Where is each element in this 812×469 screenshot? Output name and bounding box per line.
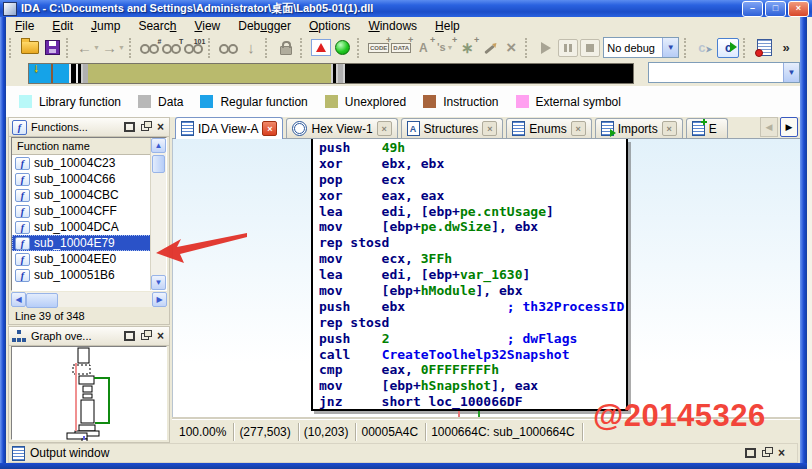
panel-maximize-icon[interactable] [124,331,135,341]
lock-button[interactable] [276,37,296,59]
panel-close-icon[interactable]: × [157,331,164,341]
code-line[interactable]: mov [ebp+hSnapshot], eax [319,378,626,394]
close-tab-icon[interactable]: × [662,121,677,136]
panel-close-icon[interactable]: × [157,122,164,132]
function-list-item[interactable]: fsub_10004CFF [12,203,151,219]
panel-close-icon[interactable]: × [778,448,785,458]
debugger-pause-button[interactable] [558,37,578,59]
debugger-stop-button[interactable] [580,37,600,59]
compile-button[interactable]: c➤ [695,37,715,59]
tab-structures[interactable]: AStructures× [401,118,504,138]
code-line[interactable]: rep stosd [319,235,626,251]
scroll-right-icon[interactable]: ▶ [152,292,167,307]
functions-vertical-scrollbar[interactable]: ▲ ▼ [150,138,166,290]
edit-button[interactable] [479,37,499,59]
panel-maximize-icon[interactable] [124,122,135,132]
function-list-item[interactable]: fsub_10004EE0 [12,251,151,267]
code-line[interactable]: cmp eax, 0FFFFFFFFh [319,362,626,378]
jump-button[interactable]: ↓ [241,37,261,59]
search-text-button[interactable]: T [162,37,182,59]
menu-windows[interactable]: Windows [359,18,426,34]
function-list-item[interactable]: fsub_10004E79 [12,235,151,251]
tab-enums[interactable]: Enums× [506,118,591,138]
code-line[interactable]: xor ebx, ebx [319,156,626,172]
code-line[interactable]: lea edi, [ebp+var_1630] [319,267,626,283]
tab-e[interactable]: E [686,118,728,138]
graph-view-canvas[interactable]: push 49hxor ebx, ebxpop ecxxor eax, eaxl… [172,139,800,419]
navband[interactable] [28,63,634,84]
code-line[interactable]: lea edi, [ebp+pe.cntUsage] [319,204,626,220]
maximize-button[interactable]: □ [765,1,786,17]
code-line[interactable]: mov [ebp+pe.dwSize], ebx [319,219,626,235]
disassembly-node[interactable]: push 49hxor ebx, ebxpop ecxxor eax, eaxl… [311,139,628,411]
delete-button[interactable]: × [501,37,521,59]
navigate-back-button[interactable]: ←▼ [77,37,100,59]
make-string-button[interactable]: 's+▼ [435,37,455,59]
scrollbar-thumb[interactable] [152,155,165,173]
open-file-button[interactable] [20,37,40,59]
tab-ida-view-a[interactable]: IDA View-A× [175,117,283,139]
scroll-down-icon[interactable]: ▼ [151,275,166,290]
close-button[interactable]: × [788,1,809,17]
menu-search[interactable]: Search [129,18,185,34]
function-list-item[interactable]: fsub_10004CBC [12,187,151,203]
tab-hex-view-1[interactable]: Hex View-1× [286,118,397,138]
function-list-item[interactable]: fsub_100051B6 [12,267,151,283]
make-code-button[interactable]: CODE+ [368,37,389,59]
make-name-button[interactable]: A+ [413,37,433,59]
code-line[interactable]: pop ecx [319,172,626,188]
problems-button[interactable] [311,37,331,59]
run-button[interactable] [333,37,353,59]
code-line[interactable]: xor eax, eax [319,188,626,204]
code-line[interactable]: rep stosd [319,315,626,331]
menu-options[interactable]: Options [300,18,359,34]
code-line[interactable]: mov ecx, 3FFh [319,251,626,267]
panel-restore-icon[interactable] [762,450,770,457]
tab-imports[interactable]: Imports× [595,118,683,138]
minimize-button[interactable]: – [742,1,763,17]
chevron-down-icon[interactable]: ▼ [783,63,799,82]
navband-segment[interactable] [88,64,331,83]
close-tab-icon[interactable]: × [262,121,277,136]
close-tab-icon[interactable]: × [482,121,497,136]
tab-scroll-right-icon[interactable]: ▶ [780,117,798,137]
menu-jump[interactable]: Jump [82,18,129,34]
scrollbar-thumb[interactable] [26,293,58,308]
menu-edit[interactable]: Edit [43,18,82,34]
navband-segment[interactable] [53,64,69,83]
debugger-start-button[interactable] [536,37,556,59]
search-names-button[interactable]: # [140,37,160,59]
function-list-item[interactable]: fsub_10004C66 [12,171,151,187]
make-struct-button[interactable]: ∗+ [457,37,477,59]
code-line[interactable]: call CreateToolhelp32Snapshot [319,347,626,363]
close-tab-icon[interactable]: × [377,121,392,136]
output-window-panel[interactable]: Output window × [8,443,798,463]
functions-panel-title[interactable]: f Functions... × [9,118,169,137]
code-line[interactable]: jnz short loc_100066DF [319,394,626,410]
menu-file[interactable]: File [6,18,43,34]
tab-scroll-left-icon[interactable]: ◀ [760,117,778,137]
code-line[interactable]: push 49h [319,140,626,156]
menu-debugger[interactable]: Debugger [229,18,300,34]
search-next-button[interactable] [219,37,239,59]
functions-column-header[interactable]: Function name [12,138,151,155]
make-data-button[interactable]: DATA+ [391,37,411,59]
graph-panel-title[interactable]: Graph ove... × [9,327,169,346]
save-button[interactable] [42,37,62,59]
panel-restore-icon[interactable] [141,124,149,131]
code-line[interactable]: mov [ebp+hModule], ebx [319,283,626,299]
panel-maximize-icon[interactable] [745,448,756,458]
debugger-select[interactable]: No debug ▼ [603,37,679,58]
run-script-button[interactable]: c [717,37,739,59]
notepad-button[interactable] [754,37,774,59]
code-line[interactable]: push 2 ; dwFlags [319,331,626,347]
graph-overview-canvas[interactable] [11,346,167,440]
navband-combo[interactable]: ▼ [648,62,800,83]
function-list-item[interactable]: fsub_10004C23 [12,155,151,171]
navigate-forward-button[interactable]: →▼ [102,37,125,59]
panel-restore-icon[interactable] [141,333,149,340]
scroll-up-icon[interactable]: ▲ [151,138,166,153]
navband-segment[interactable] [345,64,633,83]
code-line[interactable]: push ebx ; th32ProcessID [319,299,626,315]
menu-view[interactable]: View [185,18,229,34]
